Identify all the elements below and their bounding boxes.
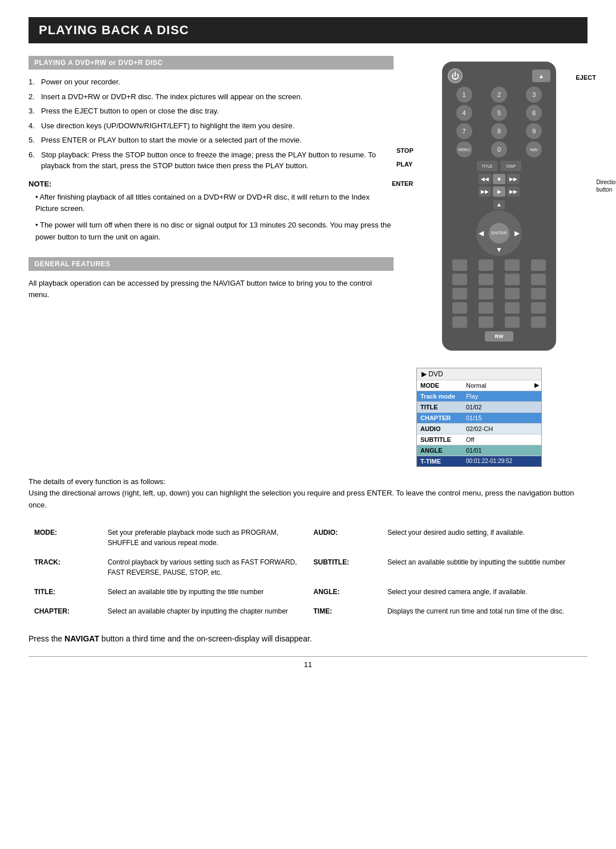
osd-value-trackmode: Play (463, 391, 541, 401)
osd-row-subtitle[interactable]: SUBTITLE Off (417, 434, 541, 445)
stop-row: ◀◀ ■ ▶▶ (448, 174, 550, 184)
enter-label: ENTER (392, 180, 413, 187)
step-num: 2. (29, 91, 38, 103)
feature-row-3: TITLE: Select an available title by inpu… (29, 582, 587, 602)
osd-value-mode: Normal (463, 380, 532, 391)
feature-label-mode: MODE: (29, 523, 102, 553)
fkey-16[interactable] (531, 302, 546, 314)
key-9[interactable]: 9 (526, 123, 542, 139)
func-grid-5 (448, 316, 550, 328)
step-5: 5. Press ENTER or PLAY button to start t… (29, 135, 394, 146)
standby-button[interactable]: ⏻ (448, 68, 463, 83)
osd-label-chapter: CHAPTER (417, 413, 463, 423)
feature-label-track: TRACK: (29, 553, 102, 582)
remote-body: ⏻ ▲ 1 2 3 4 5 6 7 8 9 MENU (442, 62, 556, 351)
func-btn-2[interactable]: DISP (501, 161, 521, 171)
fkey-4[interactable] (531, 259, 546, 271)
osd-row-mode[interactable]: MODE Normal ▶ (417, 380, 541, 391)
fkey-18[interactable] (479, 316, 493, 328)
osd-label-trackmode: Track mode (417, 391, 463, 401)
details-line2: Using the directional arrows (right, lef… (29, 489, 574, 509)
page-number: 11 (29, 656, 587, 672)
fkey-1[interactable] (452, 259, 467, 271)
note-label: NOTE: (29, 180, 394, 188)
fkey-14[interactable] (479, 302, 493, 314)
play-label: PLAY (396, 161, 412, 168)
fkey-17[interactable] (452, 316, 467, 328)
key-1[interactable]: 1 (456, 87, 472, 103)
fkey-8[interactable] (531, 274, 546, 285)
osd-row-angle[interactable]: ANGLE 01/01 (417, 445, 541, 456)
osd-value-ttime: 00:01:22-01:29:52 (463, 456, 541, 466)
key-2[interactable]: 2 (491, 87, 507, 103)
rewind-btn[interactable]: ◀◀ (479, 174, 491, 184)
func-btn-1[interactable]: TITLE (477, 161, 497, 171)
feature-desc-title: Select an available title by inputting t… (102, 582, 308, 602)
fkey-12[interactable] (531, 288, 546, 299)
step-text: Press the EJECT button to open or close … (41, 105, 219, 117)
fkey-6[interactable] (479, 274, 493, 285)
step-num: 4. (29, 120, 38, 132)
fkey-11[interactable] (505, 288, 520, 299)
key-8[interactable]: 8 (491, 123, 507, 139)
fkey-2[interactable] (479, 259, 493, 271)
step-num: 6. (29, 149, 38, 172)
key-menu[interactable]: MENU (456, 141, 472, 157)
numpad: 1 2 3 4 5 6 7 8 9 MENU 0 NAV (448, 87, 550, 157)
osd-header-text: ▶ DVD (422, 370, 443, 378)
step-2: 2. Insert a DVD+RW or DVD+R disc. The in… (29, 91, 394, 103)
feature-desc-angle: Select your desired camera angle, if ava… (382, 582, 587, 602)
function-row: TITLE DISP (448, 161, 550, 171)
skipfwd-btn[interactable]: ▶▶ (507, 186, 520, 197)
enter-ring[interactable]: ◀ ▶ ▼ ENTER (476, 210, 522, 256)
fkey-10[interactable] (479, 288, 493, 299)
key-0[interactable]: 0 (491, 141, 507, 157)
fkey-15[interactable] (505, 302, 520, 314)
osd-label-ttime: T-TIME (417, 456, 463, 466)
osd-value-angle: 01/01 (463, 445, 541, 456)
key-5[interactable]: 5 (491, 105, 507, 121)
osd-row-title[interactable]: TITLE 01/02 (417, 402, 541, 413)
osd-value-audio: 02/02-CH (463, 424, 541, 434)
skipback-btn[interactable]: ▶▶ (479, 186, 491, 197)
fkey-19[interactable] (505, 316, 520, 328)
osd-row-audio[interactable]: AUDIO 02/02-CH (417, 424, 541, 434)
eject-button[interactable]: ▲ (532, 70, 550, 82)
key-4[interactable]: 4 (456, 105, 472, 121)
play-btn[interactable]: ▶ (493, 186, 505, 197)
fastfwd-btn[interactable]: ▶▶ (507, 174, 520, 184)
general-section: GENERAL FEATURES All playback operation … (29, 257, 394, 302)
feature-label-angle: ANGLE: (307, 582, 382, 602)
fkey-5[interactable] (452, 274, 467, 285)
feature-desc-subtitle: Select an available subtitle by inputtin… (382, 553, 587, 582)
key-nav[interactable]: NAV (526, 141, 542, 157)
note-section: NOTE: • After finishing playback of all … (29, 180, 394, 243)
feature-label-time: TIME: (307, 602, 382, 621)
step-4: 4. Use direction keys (UP/DOWN/RIGHT/LEF… (29, 120, 394, 132)
key-3[interactable]: 3 (526, 87, 542, 103)
key-6[interactable]: 6 (526, 105, 542, 121)
key-7[interactable]: 7 (456, 123, 472, 139)
enter-center-btn[interactable]: ENTER (489, 223, 509, 243)
osd-row-chapter[interactable]: CHAPTER 01/15 (417, 413, 541, 424)
fkey-13[interactable] (452, 302, 467, 314)
osd-label-audio: AUDIO (417, 424, 463, 434)
details-line1: The details of every function is as foll… (29, 477, 165, 486)
stop-btn[interactable]: ■ (493, 174, 505, 184)
note-1: • After finishing playback of all titles… (29, 192, 394, 216)
play-row: ▶▶ ▶ ▶▶ (448, 186, 550, 197)
feature-row-1: MODE: Set your preferable playback mode … (29, 523, 587, 553)
step-1: 1. Power on your recorder. (29, 76, 394, 88)
fkey-9[interactable] (452, 288, 467, 299)
osd-label-title: TITLE (417, 402, 463, 412)
fkey-20[interactable] (531, 316, 546, 328)
up-arrow-btn[interactable]: ▲ (448, 199, 550, 209)
osd-arrow-mode: ▶ (532, 381, 541, 389)
feature-desc-audio: Select your desired audio setting, if av… (382, 523, 587, 553)
fkey-7[interactable] (505, 274, 520, 285)
feature-label-title: TITLE: (29, 582, 102, 602)
osd-row-ttime[interactable]: T-TIME 00:01:22-01:29:52 (417, 456, 541, 466)
osd-row-trackmode[interactable]: Track mode Play (417, 391, 541, 402)
fkey-3[interactable] (505, 259, 520, 271)
feature-label-audio: AUDIO: (307, 523, 382, 553)
